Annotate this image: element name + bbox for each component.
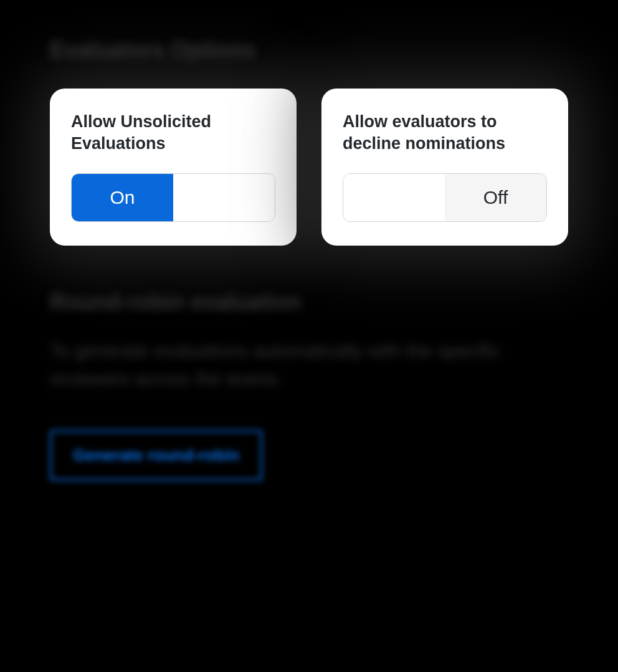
decline-nominations-toggle[interactable]: Off	[343, 173, 547, 222]
generate-round-robin-button[interactable]: Generate round-robin	[50, 430, 262, 481]
decline-nominations-card: Allow evaluators to decline nominations …	[321, 89, 568, 246]
round-robin-description: To generate evaluations automatically wi…	[50, 337, 530, 393]
toggle-off-side: Off	[445, 174, 546, 221]
unsolicited-evaluations-toggle[interactable]: On	[71, 173, 275, 222]
card-title: Allow Unsolicited Evaluations	[71, 111, 275, 156]
card-title: Allow evaluators to decline nominations	[343, 111, 547, 156]
toggle-off-side	[173, 174, 275, 221]
round-robin-heading: Round-robin evaluation	[50, 289, 568, 315]
toggle-on-side	[343, 174, 445, 221]
option-cards-row: Allow Unsolicited Evaluations On Allow e…	[50, 89, 568, 246]
evaluators-options-heading: Evaluators Options	[50, 37, 568, 64]
unsolicited-evaluations-card: Allow Unsolicited Evaluations On	[50, 89, 297, 246]
toggle-on-side: On	[72, 174, 173, 221]
